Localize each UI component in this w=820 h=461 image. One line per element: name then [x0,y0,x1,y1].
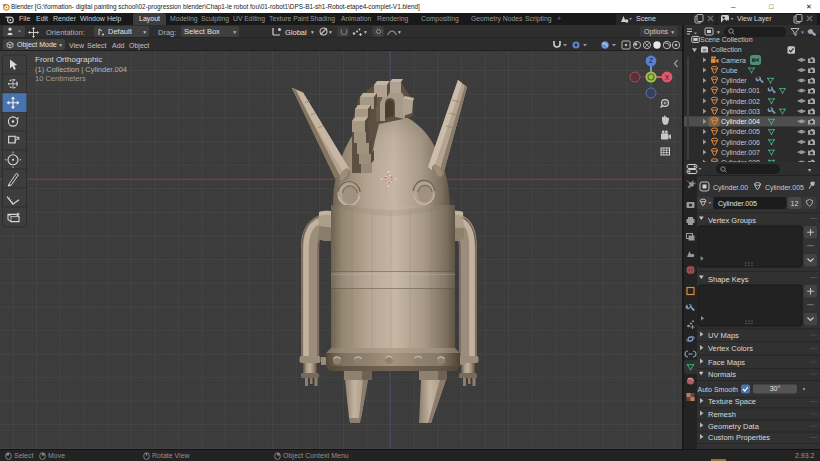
svg-text:30°: 30° [770,385,781,392]
svg-text:Scene Collection: Scene Collection [700,36,753,43]
svg-text:12: 12 [791,200,799,207]
svg-text:Shape Keys: Shape Keys [708,275,749,284]
svg-text:Texture Space: Texture Space [708,397,756,406]
svg-text:X: X [665,74,670,81]
svg-text:Collection: Collection [711,46,742,53]
svg-text:Geometry Data: Geometry Data [708,422,760,431]
svg-text:Cylinder.006: Cylinder.006 [721,139,760,147]
svg-text:Cylinder.003: Cylinder.003 [721,108,760,116]
svg-text:Front Orthographic: Front Orthographic [35,55,102,64]
svg-text:Cylinder.00: Cylinder.00 [713,184,748,192]
svg-text:UV Maps: UV Maps [708,331,739,340]
svg-text:Cylinder.001: Cylinder.001 [721,87,760,95]
svg-text:Cylinder.005: Cylinder.005 [765,184,804,192]
svg-text:Cylinder: Cylinder [721,77,747,85]
svg-text:Cylinder.007: Cylinder.007 [721,149,760,157]
svg-text:Cylinder.004: Cylinder.004 [721,118,760,126]
svg-text:10 Centimeters: 10 Centimeters [35,74,86,83]
svg-text:Camera: Camera [721,57,746,64]
svg-text:Normals: Normals [708,370,736,379]
svg-text:Z: Z [649,57,653,64]
svg-text:Face Maps: Face Maps [708,358,745,367]
svg-text:Remesh: Remesh [708,410,736,419]
svg-text:(1) Collection | Cylinder.004: (1) Collection | Cylinder.004 [35,65,127,74]
svg-text:Cube: Cube [721,67,738,74]
svg-text:Custom Properties: Custom Properties [708,433,770,442]
svg-text:Vertex Colors: Vertex Colors [708,344,753,353]
svg-text:Vertex Groups: Vertex Groups [708,216,756,225]
svg-text:Cylinder.005: Cylinder.005 [718,200,757,208]
svg-text:Auto Smooth: Auto Smooth [698,386,739,393]
svg-text:Cylinder.005: Cylinder.005 [721,128,760,136]
svg-text:Cylinder.002: Cylinder.002 [721,98,760,106]
